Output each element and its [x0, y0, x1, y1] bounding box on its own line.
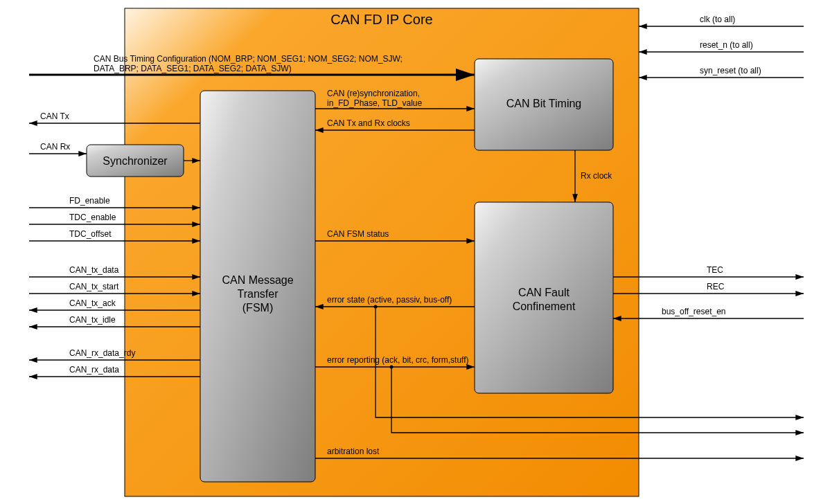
fsm-label-2: Transfer [238, 288, 279, 300]
fsm-status-label: CAN FSM status [327, 229, 389, 239]
rx-clock-label: Rx clock [581, 171, 612, 181]
tdc-offset-label: TDC_offset [69, 229, 112, 239]
synreset-label: syn_reset (to all) [700, 66, 761, 75]
can-rx-data-label: CAN_rx_data [69, 365, 119, 375]
resync-label-2: in_FD_Phase, TLD_value [327, 98, 423, 108]
tdc-enable-label: TDC_enable [69, 213, 116, 222]
err-report-label: error reporting (ack, bit, crc, form,stu… [327, 355, 469, 365]
can-tx-data-label: CAN_tx_data [69, 265, 119, 275]
bus-off-reset-en-label: bus_off_reset_en [662, 307, 726, 316]
fsm-label-1: CAN Message [222, 274, 293, 286]
fault-label-1: CAN Fault [518, 287, 569, 298]
tec-label: TEC [707, 265, 723, 275]
can-tx-idle-label: CAN_tx_idle [69, 315, 116, 325]
can-tx-label: CAN Tx [40, 111, 69, 121]
bus-timing-label-1: CAN Bus Timing Configuration (NOM_BRP; N… [94, 54, 403, 64]
diagram-stage: CAN FD IP Core Synchronizer CAN Message … [0, 0, 830, 504]
can-tx-ack-label: CAN_tx_ack [69, 298, 116, 308]
fd-enable-label: FD_enable [69, 196, 110, 206]
txrx-clocks-label: CAN Tx and Rx clocks [327, 118, 410, 128]
can-rx-data-rdy-label: CAN_rx_data_rdy [69, 348, 135, 358]
bus-timing-label-2: DATA_BRP; DATA_SEG1; DATA_SEG2; DATA_SJW… [94, 64, 292, 73]
synchronizer-label: Synchronizer [103, 155, 168, 167]
resync-label-1: CAN (re)synchronization, [327, 89, 420, 98]
arb-lost-label: arbitration lost [327, 447, 380, 456]
fault-label-2: Confinement [513, 300, 576, 312]
fsm-block [200, 91, 315, 482]
svg-point-1 [390, 366, 394, 369]
clk-label: clk (to all) [700, 15, 735, 24]
diagram-svg: CAN FD IP Core Synchronizer CAN Message … [0, 0, 830, 504]
can-tx-start-label: CAN_tx_start [69, 282, 119, 291]
resetn-label: reset_n (to all) [700, 40, 753, 50]
rec-label: REC [707, 282, 725, 291]
svg-point-0 [374, 305, 378, 309]
bit-timing-label: CAN Bit Timing [506, 98, 581, 109]
err-state-label: error state (active, passiv, bus-off) [327, 295, 452, 305]
can-rx-label: CAN Rx [40, 142, 70, 152]
fsm-label-3: (FSM) [242, 302, 273, 314]
core-title: CAN FD IP Core [330, 12, 432, 27]
